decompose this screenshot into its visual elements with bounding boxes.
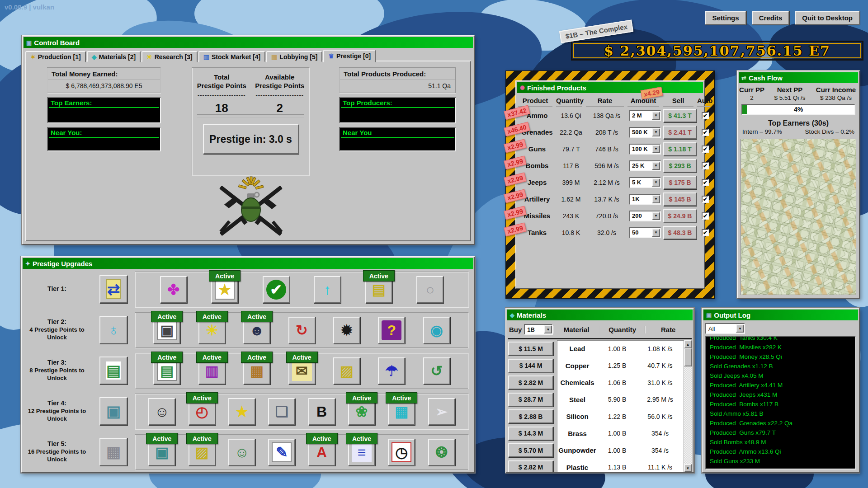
sell-button[interactable]: $ 24.9 B (663, 209, 697, 223)
materials-titlebar[interactable]: ◆ Materials (507, 310, 693, 320)
upgrade-button[interactable]: Active ◴ (189, 398, 216, 425)
upgrade-button[interactable]: ✎ (268, 439, 295, 466)
tier-5-icon-button[interactable]: ▦ (99, 438, 127, 466)
amount-dropdown[interactable]: 1K (629, 194, 661, 205)
chevron-down-icon[interactable] (652, 162, 660, 170)
upgrade-button[interactable]: ◉ (423, 317, 450, 344)
sell-button[interactable]: $ 1.18 T (663, 142, 697, 156)
tab[interactable]: ♛ Prestige [0] (323, 50, 376, 62)
chevron-down-icon[interactable] (652, 128, 660, 136)
upgrade-button[interactable]: ➢ (428, 398, 455, 425)
upgrade-button[interactable]: Active ▦ (243, 357, 270, 385)
tab[interactable]: ▥ Stock Market [4] (198, 51, 265, 62)
upgrade-button[interactable]: Active ★ (211, 276, 238, 303)
buy-material-button[interactable]: $ 14.3 M (508, 427, 553, 441)
prestige-upgrades-titlebar[interactable]: ✦ Prestige Upgrades (23, 258, 473, 269)
tab[interactable]: ◆ Materials [2] (87, 51, 141, 62)
upgrade-button[interactable]: Active ▣ (153, 317, 180, 344)
upgrade-button[interactable]: Active ☻ (243, 317, 270, 344)
sell-button[interactable]: $ 41.3 T (663, 109, 697, 122)
scroll-down-icon[interactable] (684, 464, 692, 472)
tab[interactable]: ✶ Production [1] (25, 51, 86, 62)
auto-checkbox[interactable] (702, 179, 709, 186)
sell-button[interactable]: $ 175 B (663, 176, 697, 189)
auto-checkbox[interactable] (702, 212, 709, 220)
finished-products-titlebar[interactable]: ✺ Finished Products (517, 82, 703, 93)
upgrade-button[interactable]: ✤ (160, 276, 187, 303)
auto-checkbox[interactable] (702, 112, 709, 119)
auto-checkbox[interactable] (702, 162, 709, 169)
upgrade-button[interactable]: ☺ (148, 398, 175, 425)
quit-to-desktop-button[interactable]: Quit to Desktop (795, 11, 860, 25)
upgrade-button[interactable]: B (308, 398, 335, 425)
chevron-down-icon[interactable] (652, 212, 660, 220)
tab[interactable]: ▦ Lobbying [5] (266, 51, 322, 62)
cash-flow-titlebar[interactable]: ⇄ Cash Flow (739, 72, 858, 83)
prestige-button[interactable]: Prestige in: 3.0 s (203, 124, 299, 154)
scroll-thumb[interactable] (684, 348, 692, 366)
output-log-titlebar[interactable]: ▣ Output Log (703, 310, 858, 320)
auto-checkbox[interactable] (702, 145, 709, 153)
chevron-down-icon[interactable] (736, 324, 744, 333)
upgrade-button[interactable]: Active ≡ (348, 439, 375, 466)
sell-button[interactable]: $ 145 B (663, 192, 697, 206)
chevron-down-icon[interactable] (652, 178, 660, 187)
buy-material-button[interactable]: $ 2.82 M (508, 375, 553, 389)
scroll-up-icon[interactable] (684, 340, 692, 348)
buy-material-button[interactable]: $ 144 M (508, 359, 553, 373)
upgrade-button[interactable]: Active ▣ (148, 439, 175, 466)
amount-dropdown[interactable]: 25 K (629, 160, 661, 171)
buy-material-button[interactable]: $ 2.88 B (508, 409, 553, 423)
upgrade-button[interactable]: ✹ (333, 317, 360, 344)
control-board-titlebar[interactable]: ▣ Control Board (24, 37, 473, 48)
sell-button[interactable]: $ 48.3 B (663, 226, 697, 239)
log-filter-dropdown[interactable]: All (705, 323, 745, 334)
upgrade-button[interactable]: ↺ (423, 357, 450, 385)
buy-material-button[interactable]: $ 2.82 M (508, 460, 553, 473)
upgrade-button[interactable]: Active ❀ (348, 398, 375, 425)
upgrade-button[interactable]: Active ▤ (153, 357, 180, 385)
tier-2-icon-button[interactable]: ♁ (99, 316, 127, 344)
amount-dropdown[interactable]: 50 (629, 227, 661, 238)
settings-button[interactable]: Settings (705, 11, 746, 25)
buy-material-button[interactable]: $ 28.7 M (508, 393, 553, 407)
auto-checkbox[interactable] (702, 229, 709, 236)
auto-checkbox[interactable] (702, 196, 709, 203)
upgrade-button[interactable]: Active ☀ (198, 317, 226, 344)
buy-material-button[interactable]: $ 11.5 M (508, 342, 553, 356)
upgrade-button[interactable]: ▨ (333, 357, 360, 385)
sell-button[interactable]: $ 293 B (663, 159, 697, 173)
upgrade-button[interactable]: Active ✉ (288, 357, 316, 385)
upgrade-button[interactable]: ↻ (288, 317, 316, 344)
chevron-down-icon[interactable] (544, 325, 552, 333)
auto-checkbox[interactable] (702, 129, 709, 136)
sell-button[interactable]: $ 2.41 T (663, 126, 697, 139)
upgrade-button[interactable]: ❏ (268, 398, 295, 425)
upgrade-button[interactable]: Active ▨ (189, 439, 216, 466)
upgrade-button[interactable]: Active ▥ (198, 357, 226, 385)
amount-dropdown[interactable]: 100 K (629, 144, 661, 155)
tier-3-icon-button[interactable]: ▤ (99, 357, 127, 385)
amount-dropdown[interactable]: 500 K (629, 127, 661, 138)
amount-dropdown[interactable]: 5 K (629, 177, 661, 188)
upgrade-button[interactable]: ☂ (378, 357, 405, 385)
amount-dropdown[interactable]: 200 (629, 211, 661, 221)
buy-amount-dropdown[interactable]: 1B (524, 324, 553, 335)
upgrade-button[interactable]: Active A (308, 439, 335, 466)
upgrade-button[interactable]: Active ▤ (365, 276, 392, 303)
amount-dropdown[interactable]: 2 M (629, 110, 661, 121)
upgrade-button[interactable]: ✔ (263, 276, 290, 303)
upgrade-button[interactable]: Active ▦ (388, 398, 415, 425)
tier-4-icon-button[interactable]: ▣ (99, 397, 127, 425)
upgrade-button[interactable]: ○ (416, 276, 443, 303)
upgrade-button[interactable]: ◷ (388, 439, 415, 466)
chevron-down-icon[interactable] (652, 195, 660, 203)
chevron-down-icon[interactable] (652, 229, 660, 237)
upgrade-button[interactable]: ? (378, 317, 405, 344)
chevron-down-icon[interactable] (652, 112, 660, 120)
tab[interactable]: ☀ Research [3] (142, 51, 198, 62)
chevron-down-icon[interactable] (652, 145, 660, 153)
tier-1-icon-button[interactable]: ⇄ (99, 275, 127, 303)
buy-material-button[interactable]: $ 5.70 M (508, 443, 553, 457)
upgrade-button[interactable]: ❂ (428, 439, 455, 466)
